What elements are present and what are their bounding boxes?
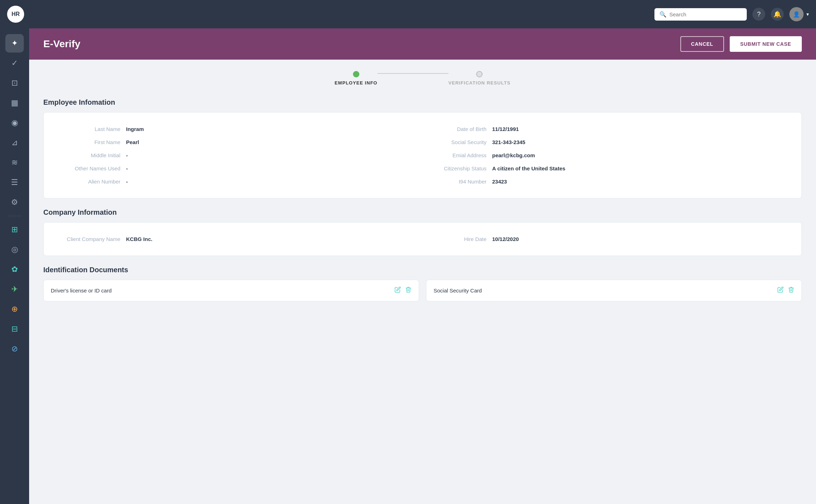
label-dob: Date of Birth [423,126,486,132]
step-line [377,73,448,74]
sidebar-item-folder[interactable]: ⊿ [5,133,24,152]
sidebar: ✦ ✓ ⊡ ▦ ◉ ⊿ ≋ ☰ ⚙ ⊞ ◎ ✿ ✈ ⊕ ⊟ ⊘ [0,28,29,504]
folder-icon: ⊿ [11,138,18,147]
id-docs-section-title: Identification Documents [43,266,802,274]
employee-info-section-title: Employee Infomation [43,98,802,106]
sidebar-item-document[interactable]: ☰ [5,173,24,192]
step-label-employee-info: EMPLOYEE INFO [334,80,377,86]
id-doc-actions-sscard [777,286,794,295]
id-doc-label-sscard: Social Security Card [434,287,482,294]
sidebar-item-check[interactable]: ✓ [5,54,24,72]
info-row-ssn: Social Security 321-343-2345 [423,136,789,149]
value-first-name: Pearl [126,139,139,145]
step-label-verification-results: VERIFICATION RESULTS [448,80,511,86]
sidebar-item-person[interactable]: ◉ [5,114,24,132]
sidebar-item-gear[interactable]: ⚙ [5,193,24,212]
employee-info-right: Date of Birth 11/12/1991 Social Security… [423,122,789,188]
edit-drivers-license-button[interactable] [395,286,401,295]
value-middle-initial: - [126,152,128,158]
value-citizenship: A citizen of the United States [492,165,565,171]
value-i94: 23423 [492,179,507,185]
info-row-citizenship: Citizenship Status A citizen of the Unit… [423,162,789,175]
plus-circle-icon: ⊕ [11,305,18,314]
steps-container: EMPLOYEE INFO VERIFICATION RESULTS [43,71,802,86]
value-hire-date: 10/12/2020 [492,236,519,242]
user-icon: ◎ [11,245,18,254]
monitor-icon: ⊟ [11,324,18,334]
avatar-area[interactable]: 👤 ▾ [789,7,809,21]
submit-new-case-button[interactable]: SUBMIT NEW CASE [730,36,802,52]
main-content: E-Verify CANCEL SUBMIT NEW CASE EMPLOYEE… [29,28,816,504]
header-actions: CANCEL SUBMIT NEW CASE [680,36,802,52]
sidebar-item-plus-circle[interactable]: ⊕ [5,300,24,318]
sidebar-item-star[interactable]: ✦ [5,34,24,53]
top-nav: HR 🔍 ? 🔔 👤 ▾ [0,0,816,28]
step-employee-info: EMPLOYEE INFO [334,71,377,86]
label-alien-number: Alien Number [56,179,120,185]
value-dob: 11/12/1991 [492,126,519,132]
info-row-last-name: Last Name Ingram [56,122,423,136]
layers-icon: ≋ [11,158,18,167]
info-row-alien-number: Alien Number - [56,175,423,188]
company-info-grid: Client Company Name KCBG Inc. Hire Date … [56,232,789,246]
search-bar[interactable]: 🔍 [654,8,747,21]
page-title: E-Verify [43,38,80,50]
label-last-name: Last Name [56,126,120,132]
sidebar-item-settings2[interactable]: ✿ [5,260,24,279]
sidebar-item-calendar[interactable]: ▦ [5,94,24,112]
info-row-i94: I94 Number 23423 [423,175,789,188]
value-last-name: Ingram [126,126,144,132]
calendar-icon: ▦ [11,98,18,108]
group-icon: ⊞ [11,225,18,234]
edit-sscard-button[interactable] [777,286,784,295]
value-email: pearl@kcbg.com [492,152,535,158]
value-ssn: 321-343-2345 [492,139,525,145]
gear-icon: ⚙ [11,198,18,207]
step-verification-results: VERIFICATION RESULTS [448,71,511,86]
id-docs-grid: Driver's license or ID card Social Secur… [43,280,802,301]
value-company-name: KCBG Inc. [126,236,152,242]
document-icon: ☰ [11,178,18,187]
settings2-icon: ✿ [11,265,18,274]
chevron-down-icon: ▾ [806,11,809,17]
label-first-name: First Name [56,139,120,145]
step-dot-inactive [476,71,483,77]
delete-sscard-button[interactable] [788,286,794,295]
info-row-hire-date: Hire Date 10/12/2020 [423,232,789,246]
value-other-names: - [126,165,128,171]
cancel-button[interactable]: CANCEL [680,36,724,52]
step-dot-active [353,71,359,77]
info-row-middle-initial: Middle Initial - [56,149,423,162]
sidebar-item-monitor[interactable]: ⊟ [5,320,24,338]
sidebar-item-group[interactable]: ⊞ [5,220,24,239]
avatar: 👤 [789,7,804,21]
page-header: E-Verify CANCEL SUBMIT NEW CASE [29,28,816,60]
id-doc-label-drivers-license: Driver's license or ID card [51,287,111,294]
value-alien-number: - [126,179,128,185]
label-ssn: Social Security [423,139,486,145]
info-row-company-name: Client Company Name KCBG Inc. [56,232,423,246]
company-info-section-title: Company Information [43,208,802,217]
help-icon-button[interactable]: ? [752,8,765,21]
sidebar-item-layers[interactable]: ≋ [5,153,24,172]
sidebar-item-search2[interactable]: ⊘ [5,340,24,358]
sidebar-divider [7,216,22,216]
label-citizenship: Citizenship Status [423,165,486,171]
hr-badge[interactable]: HR [7,6,24,23]
company-info-left: Client Company Name KCBG Inc. [56,232,423,246]
id-doc-card-drivers-license: Driver's license or ID card [43,280,419,301]
sidebar-item-plane[interactable]: ✈ [5,280,24,298]
sidebar-item-user[interactable]: ◎ [5,240,24,259]
info-row-dob: Date of Birth 11/12/1991 [423,122,789,136]
sidebar-item-inbox[interactable]: ⊡ [5,74,24,92]
notification-icon-button[interactable]: 🔔 [771,8,784,21]
id-doc-actions-drivers-license [395,286,412,295]
inbox-icon: ⊡ [11,78,18,88]
delete-drivers-license-button[interactable] [405,286,412,295]
label-other-names: Other Names Used [56,165,120,171]
info-row-email: Emial Address pearl@kcbg.com [423,149,789,162]
page-body: EMPLOYEE INFO VERIFICATION RESULTS Emplo… [29,60,816,504]
search-input[interactable] [669,11,742,17]
label-company-name: Client Company Name [56,236,120,242]
info-row-other-names: Other Names Used - [56,162,423,175]
